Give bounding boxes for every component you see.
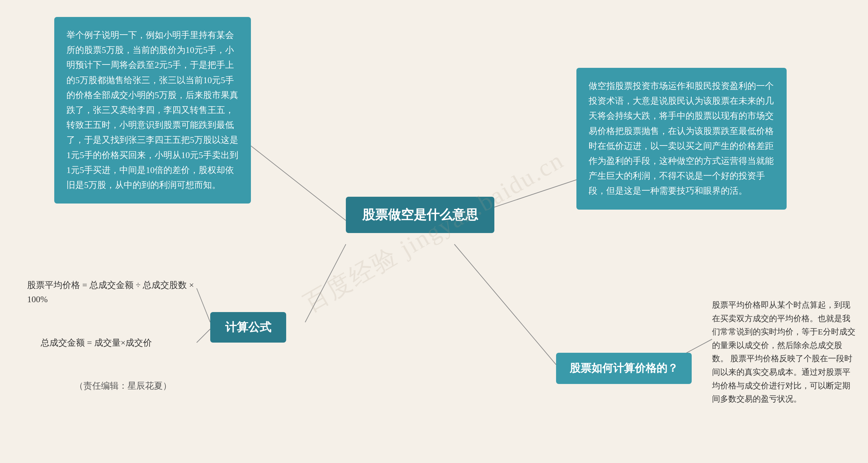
- svg-line-3: [197, 288, 210, 322]
- central-node: 股票做空是什么意思: [346, 197, 494, 233]
- central-label: 股票做空是什么意思: [362, 206, 478, 224]
- node-left-top: 举个例子说明一下，例如小明手里持有某会所的股票5万股，当前的股价为10元5手，小…: [54, 17, 251, 204]
- formula-label-text: 计算公式: [225, 321, 271, 333]
- formula-top-text: 股票平均价格 = 总成交金额 ÷ 总成交股数 × 100%: [27, 278, 197, 306]
- svg-line-4: [197, 329, 210, 343]
- svg-line-5: [454, 244, 556, 365]
- formula-bottom-text: 总成交金额 = 成交量×成交价: [41, 336, 197, 350]
- mind-map: 股票做空是什么意思 举个例子说明一下，例如小明手里持有某会所的股票5万股，当前的…: [0, 0, 868, 463]
- left-top-text: 举个例子说明一下，例如小明手里持有某会所的股票5万股，当前的股价为10元5手，小…: [66, 30, 238, 190]
- svg-line-0: [251, 146, 346, 220]
- calc-label-node: 股票如何计算价格的？: [556, 353, 692, 384]
- node-right-top: 做空指股票投资市场运作和股民投资盈利的一个投资术语，大意是说股民认为该股票在未来…: [576, 68, 787, 210]
- calc-label-text: 股票如何计算价格的？: [570, 362, 678, 374]
- editor-credit: （责任编辑：星辰花夏）: [75, 380, 172, 392]
- right-top-text: 做空指股票投资市场运作和股民投资盈利的一个投资术语，大意是说股民认为该股票在未来…: [589, 81, 774, 196]
- formula-label-node: 计算公式: [210, 312, 286, 343]
- svg-line-2: [305, 244, 346, 322]
- calc-desc-node: 股票平均价格即从某个时点算起，到现在买卖双方成交的平均价格。也就是我们常常说到的…: [712, 298, 858, 406]
